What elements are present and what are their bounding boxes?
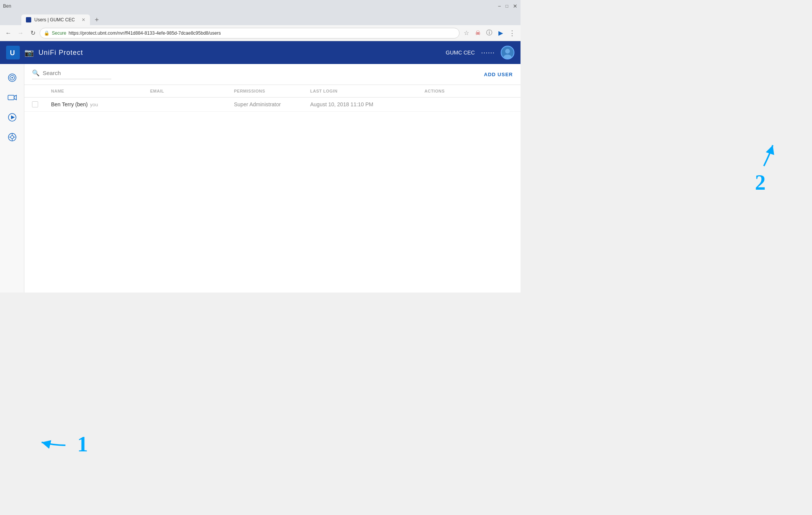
search-input-wrapper: 🔍 (32, 69, 111, 79)
grid-apps-icon[interactable]: ⋯⋯ (481, 48, 495, 57)
liveview-icon (8, 73, 17, 82)
sidebar-item-playback[interactable] (3, 108, 21, 126)
maximize-btn[interactable]: □ (506, 3, 508, 9)
camera-product-icon: 📷 (24, 48, 34, 57)
tab-favicon (26, 17, 31, 22)
content-area: 🔍 ADD USER NAME EMAIL PERMISSIONS LAST L… (24, 64, 521, 293)
sidebar-item-liveview[interactable] (3, 69, 21, 87)
col-checkbox-header (32, 89, 51, 93)
playback-icon (8, 113, 17, 122)
star-icon[interactable]: ☆ (461, 28, 472, 38)
tab-title: Users | GUMC CEC (34, 17, 75, 22)
search-input[interactable] (43, 70, 111, 76)
col-actions-header: ACTIONS (424, 89, 470, 93)
sidebar-item-analytics[interactable] (3, 128, 21, 146)
col-name-header: NAME (51, 89, 150, 93)
user-permissions-cell: Super Administrator (234, 101, 310, 107)
app-container: U 📷 UniFi Protect GUMC CEC ⋯⋯ (0, 41, 521, 293)
analytics-icon (8, 133, 17, 142)
ubnt-icon[interactable]: U (6, 46, 20, 59)
close-btn[interactable]: ✕ (513, 3, 517, 9)
svg-marker-8 (14, 95, 16, 100)
shield-red-icon[interactable]: ☠ (472, 28, 483, 38)
avatar-svg (501, 46, 514, 59)
svg-point-2 (505, 49, 510, 53)
svg-point-12 (11, 136, 14, 139)
browser-toolbar: ← → ↻ 🔒 Secure https://protect.ubnt.com/… (0, 25, 521, 41)
svg-rect-7 (8, 95, 14, 100)
user-name-cell: Ben Terry (ben) you (51, 101, 150, 107)
sidebar-item-cameras[interactable] (3, 88, 21, 107)
svg-text:U: U (10, 49, 15, 57)
search-header: 🔍 ADD USER (24, 64, 521, 85)
browser-titlebar: Ben − □ ✕ (0, 0, 521, 12)
row-checkbox[interactable] (32, 101, 38, 107)
user-name-text: Ben Terry (ben) (51, 101, 88, 107)
toolbar-right: ☆ ☠ ⓘ ▶ ⋮ (461, 28, 517, 38)
col-lastlogin-header: LAST LOGIN (310, 89, 424, 93)
org-name: GUMC CEC (446, 50, 475, 56)
user-avatar[interactable] (501, 46, 514, 59)
add-user-btn[interactable]: ADD USER (484, 72, 513, 77)
ubnt-svg: U (8, 48, 18, 57)
header-logo-area: U 📷 UniFi Protect (6, 46, 83, 59)
you-badge: you (90, 102, 98, 107)
tab-close-icon[interactable]: ✕ (82, 17, 85, 22)
menu-icon[interactable]: ⋮ (507, 28, 517, 38)
app-header: U 📷 UniFi Protect GUMC CEC ⋯⋯ (0, 41, 521, 64)
main-layout: 🔍 ADD USER NAME EMAIL PERMISSIONS LAST L… (0, 64, 521, 293)
secure-label: Secure (52, 30, 66, 36)
table-header: NAME EMAIL PERMISSIONS LAST LOGIN ACTION… (24, 85, 521, 98)
shield-green-icon[interactable]: ▶ (495, 28, 506, 38)
browser-username: Ben (3, 3, 11, 9)
back-btn[interactable]: ← (3, 28, 14, 38)
search-icon: 🔍 (32, 69, 40, 77)
info-icon[interactable]: ⓘ (484, 28, 495, 38)
users-table: NAME EMAIL PERMISSIONS LAST LOGIN ACTION… (24, 85, 521, 293)
minimize-btn[interactable]: − (498, 3, 501, 9)
refresh-btn[interactable]: ↻ (27, 28, 38, 38)
url-text: https://protect.ubnt.com/nvr/ff41d884-81… (69, 30, 221, 36)
address-bar[interactable]: 🔒 Secure https://protect.ubnt.com/nvr/ff… (40, 28, 460, 38)
svg-point-6 (11, 77, 13, 78)
active-tab[interactable]: Users | GUMC CEC ✕ (21, 14, 90, 25)
svg-marker-10 (11, 115, 15, 119)
brand-name: UniFi Protect (38, 49, 83, 57)
browser-tabbar: Users | GUMC CEC ✕ + (0, 12, 521, 25)
forward-btn[interactable]: → (15, 28, 26, 38)
lock-icon: 🔒 (44, 30, 50, 36)
camera-icon (8, 93, 17, 102)
table-row: Ben Terry (ben) you Super Administrator … (24, 98, 521, 112)
col-permissions-header: PERMISSIONS (234, 89, 310, 93)
user-lastlogin-cell: August 10, 2018 11:10 PM (310, 101, 424, 107)
col-email-header: EMAIL (150, 89, 234, 93)
new-tab-btn[interactable]: + (91, 14, 102, 25)
sidebar (0, 64, 24, 293)
header-right: GUMC CEC ⋯⋯ (446, 46, 514, 59)
